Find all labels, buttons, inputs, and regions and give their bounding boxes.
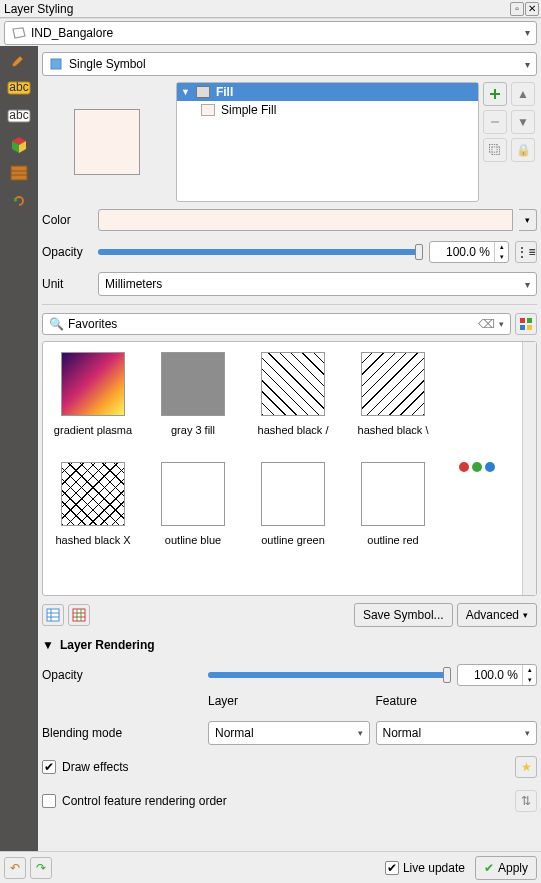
layer-name: IND_Bangalore [31, 26, 113, 40]
data-defined-opacity-button[interactable]: ⋮≡ [515, 241, 537, 263]
gallery-item-outline-blue[interactable]: outline blue [143, 462, 243, 572]
opacity-label: Opacity [42, 245, 92, 259]
opacity-row: Opacity 100.0 % ▴▾ ⋮≡ [42, 238, 537, 266]
symbol-tree-section: ▼ Fill Simple Fill ▲ [42, 82, 537, 202]
layer-blend-combo[interactable]: Normal [208, 721, 370, 745]
gallery-item-gray-3-fill[interactable]: gray 3 fill [143, 352, 243, 462]
search-text: Favorites [68, 317, 474, 331]
opacity-value: 100.0 % [430, 245, 494, 259]
clear-search-icon[interactable]: ⌫ [478, 317, 495, 331]
color-row: Color ▾ [42, 206, 537, 234]
gallery-item-hashed-black-f[interactable]: hashed black / [243, 352, 343, 462]
labels-abc-outline-icon[interactable]: abc [5, 106, 33, 128]
gallery-item-hashed-black-b[interactable]: hashed black \ [343, 352, 443, 462]
control-order-checkbox[interactable] [42, 794, 56, 808]
duplicate-button[interactable]: ⿻ [483, 138, 507, 162]
remove-layer-button[interactable] [483, 110, 507, 134]
symbol-type-combo[interactable]: Single Symbol [42, 52, 537, 76]
apply-check-icon: ✔ [484, 861, 494, 875]
tree-root-fill[interactable]: ▼ Fill [177, 83, 478, 101]
opacity-spinbox[interactable]: 100.0 % ▴▾ [429, 241, 509, 263]
tree-buttons: ▲ ▼ ⿻ 🔒 [483, 82, 537, 202]
search-dropdown-icon[interactable]: ▾ [499, 319, 504, 329]
svg-text:abc: abc [9, 81, 28, 94]
layer-rendering-header[interactable]: ▼ Layer Rendering [42, 634, 537, 656]
live-update-checkbox[interactable]: ✔ [385, 861, 399, 875]
svg-rect-4 [11, 166, 27, 180]
undo-button[interactable]: ↶ [4, 857, 26, 879]
layer-rendering-title: Layer Rendering [60, 638, 155, 652]
style-manager-button[interactable] [515, 313, 537, 335]
control-order-settings-button[interactable]: ⇅ [515, 790, 537, 812]
gallery-item-hashed-black-x[interactable]: hashed black X [43, 462, 143, 572]
simple-fill-swatch [201, 104, 215, 116]
unit-value: Millimeters [105, 277, 162, 291]
symbol-gallery[interactable]: gradient plasma gray 3 fill hashed black… [43, 342, 522, 595]
gallery-item-gradient-plasma[interactable]: gradient plasma [43, 352, 143, 462]
layer-column-label: Layer [208, 694, 370, 714]
blend-mode-row: Blending mode Normal Normal [42, 718, 537, 748]
rendering-opacity-slider[interactable] [208, 672, 451, 678]
main-area: abc abc Single Symbol [0, 46, 541, 851]
content-area: Single Symbol ▼ Fill Simp [38, 46, 541, 851]
single-symbol-icon [49, 57, 63, 71]
draw-effects-customize-button[interactable]: ★ [515, 756, 537, 778]
search-field[interactable]: 🔍 Favorites ⌫ ▾ [42, 313, 511, 335]
draw-effects-checkbox[interactable]: ✔ [42, 760, 56, 774]
feature-blend-combo[interactable]: Normal [376, 721, 538, 745]
gallery-item-outline-green[interactable]: outline green [243, 462, 343, 572]
sort-icon: ⇅ [521, 794, 531, 808]
gallery-partial-row [443, 462, 495, 476]
gallery-footer: Save Symbol... Advanced▾ [42, 600, 537, 630]
gallery-scrollbar[interactable] [522, 342, 536, 595]
layer-polygon-icon [11, 26, 27, 40]
move-up-button[interactable]: ▲ [511, 82, 535, 106]
move-down-button[interactable]: ▼ [511, 110, 535, 134]
grid-view-button[interactable] [68, 604, 90, 626]
search-row: 🔍 Favorites ⌫ ▾ [42, 311, 537, 337]
tree-child-label: Simple Fill [221, 103, 276, 117]
apply-button[interactable]: ✔ Apply [475, 856, 537, 880]
unit-combo[interactable]: Millimeters [98, 272, 537, 296]
tree-child-simple-fill[interactable]: Simple Fill [177, 101, 478, 119]
symbol-preview [42, 82, 172, 202]
brush-icon[interactable] [5, 50, 33, 72]
symbol-type-label: Single Symbol [69, 57, 146, 71]
refresh-icon[interactable] [5, 190, 33, 212]
unit-row: Unit Millimeters [42, 270, 537, 298]
rendering-opacity-spinbox[interactable]: 100.0 % ▴▾ [457, 664, 537, 686]
redo-button[interactable]: ↷ [30, 857, 52, 879]
list-view-button[interactable] [42, 604, 64, 626]
restore-icon[interactable]: ▫ [510, 2, 524, 16]
close-icon[interactable]: ✕ [525, 2, 539, 16]
svg-rect-12 [527, 318, 532, 323]
gallery-item-outline-red[interactable]: outline red [343, 462, 443, 572]
rendering-opacity-label: Opacity [42, 668, 202, 682]
control-order-label: Control feature rendering order [62, 794, 509, 808]
svg-rect-7 [51, 59, 61, 69]
opacity-slider[interactable] [98, 249, 423, 255]
add-layer-button[interactable] [483, 82, 507, 106]
advanced-button[interactable]: Advanced▾ [457, 603, 537, 627]
symbol-tree[interactable]: ▼ Fill Simple Fill [176, 82, 479, 202]
titlebar: Layer Styling ▫ ✕ [0, 0, 541, 18]
color-field[interactable] [98, 209, 513, 231]
layer-selector-row: IND_Bangalore [0, 18, 541, 46]
svg-rect-15 [47, 609, 59, 621]
tree-root-label: Fill [216, 85, 233, 99]
feature-column-label: Feature [370, 694, 538, 714]
cube-icon[interactable] [5, 134, 33, 156]
lock-button[interactable]: 🔒 [511, 138, 535, 162]
svg-text:abc: abc [9, 109, 28, 122]
layer-styling-panel: Layer Styling ▫ ✕ IND_Bangalore abc abc [0, 0, 541, 883]
svg-rect-11 [520, 318, 525, 323]
color-dropdown[interactable]: ▾ [519, 209, 537, 231]
undo-icon: ↶ [10, 861, 20, 875]
save-symbol-button[interactable]: Save Symbol... [354, 603, 453, 627]
rendering-opacity-row: Opacity 100.0 % ▴▾ [42, 660, 537, 690]
layer-combo[interactable]: IND_Bangalore [4, 21, 537, 45]
labels-abc-icon[interactable]: abc [5, 78, 33, 100]
live-update-label: Live update [403, 861, 465, 875]
table-icon[interactable] [5, 162, 33, 184]
footer: ↶ ↷ ✔ Live update ✔ Apply [0, 851, 541, 883]
